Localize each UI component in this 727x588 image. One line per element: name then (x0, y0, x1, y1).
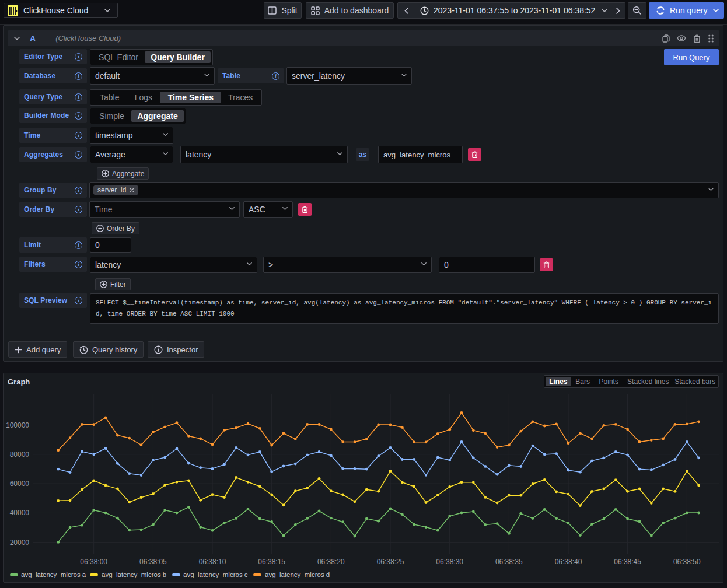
svg-text:avg_latency_micros c: avg_latency_micros c (183, 571, 248, 578)
svg-text:06:38:00: 06:38:00 (80, 558, 107, 566)
svg-text:60000: 60000 (10, 480, 30, 488)
svg-text:06:38:35: 06:38:35 (495, 558, 523, 566)
svg-text:06:38:30: 06:38:30 (436, 558, 463, 566)
svg-text:06:38:10: 06:38:10 (199, 558, 226, 566)
svg-text:avg_latency_micros a: avg_latency_micros a (21, 571, 86, 578)
svg-text:20000: 20000 (10, 538, 30, 547)
svg-text:avg_latency_micros d: avg_latency_micros d (265, 571, 330, 578)
svg-text:06:38:25: 06:38:25 (377, 558, 404, 566)
svg-text:06:38:15: 06:38:15 (258, 558, 285, 566)
svg-text:100000: 100000 (6, 421, 29, 429)
svg-text:06:38:20: 06:38:20 (317, 558, 345, 566)
svg-text:40000: 40000 (10, 509, 30, 517)
svg-text:06:38:45: 06:38:45 (614, 558, 641, 566)
svg-text:06:38:50: 06:38:50 (673, 558, 701, 566)
svg-text:avg_latency_micros b: avg_latency_micros b (102, 571, 166, 578)
svg-text:06:38:05: 06:38:05 (139, 558, 167, 566)
svg-text:06:38:40: 06:38:40 (555, 558, 582, 566)
svg-text:80000: 80000 (10, 450, 30, 459)
